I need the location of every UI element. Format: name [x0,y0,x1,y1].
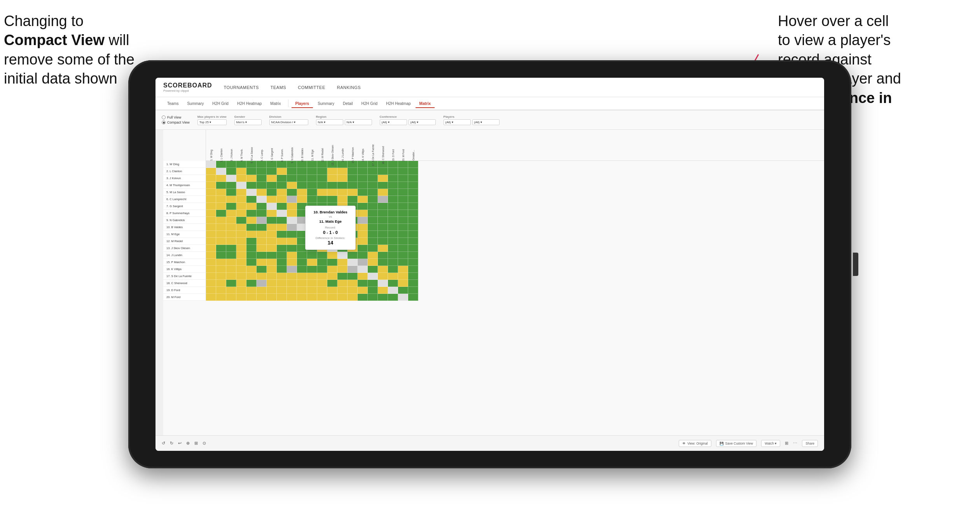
grid-cell[interactable] [206,175,216,182]
grid-cell[interactable] [226,273,236,280]
grid-cell[interactable] [368,224,378,231]
grid-cell[interactable] [388,189,398,196]
region-select-1[interactable]: N/A ▾ [316,119,343,125]
grid-cell[interactable] [358,161,368,168]
radio-compact-view[interactable]: Compact View [162,120,190,124]
radio-full-view[interactable]: Full View [162,115,190,119]
tab-h2h-grid-2[interactable]: H2H Grid [358,100,382,107]
grid-cell[interactable] [287,280,297,287]
grid-cell[interactable] [368,210,378,217]
grid-cell[interactable] [206,287,216,294]
grid-cell[interactable] [297,168,307,175]
grid-cell[interactable] [206,210,216,217]
grid-cell[interactable] [398,252,408,259]
grid-cell[interactable] [226,294,236,301]
grid-cell[interactable] [257,217,267,224]
grid-cell[interactable] [246,224,257,231]
view-original-button[interactable]: 👁 View: Original [679,440,711,447]
tab-h2h-heatmap-1[interactable]: H2H Heatmap [233,100,266,107]
grid-cell[interactable] [246,182,257,189]
grid-cell[interactable] [368,259,378,266]
grid-cell[interactable] [236,259,246,266]
grid-cell[interactable] [267,203,277,210]
grid-cell[interactable] [226,280,236,287]
grid-cell[interactable] [236,231,246,238]
grid-cell[interactable] [236,294,246,301]
grid-cell[interactable] [358,203,368,210]
grid-cell[interactable] [236,238,246,245]
grid-cell[interactable] [358,280,368,287]
grid-cell[interactable] [287,238,297,245]
grid-cell[interactable] [317,182,327,189]
grid-cell[interactable] [297,273,307,280]
grid-cell[interactable] [277,287,287,294]
grid-cell[interactable] [257,273,267,280]
grid-cell[interactable] [236,266,246,273]
grid-cell[interactable] [327,287,337,294]
grid-cell[interactable] [378,231,388,238]
grid-cell[interactable] [267,252,277,259]
grid-cell[interactable] [287,287,297,294]
grid-cell[interactable] [348,196,358,203]
grid-cell[interactable] [398,231,408,238]
grid-cell[interactable] [327,252,337,259]
grid-cell[interactable] [307,168,317,175]
grid-cell[interactable] [348,189,358,196]
grid-cell[interactable] [257,175,267,182]
grid-cell[interactable] [388,238,398,245]
grid-cell[interactable] [398,287,408,294]
grid-cell[interactable] [358,224,368,231]
grid-cell[interactable] [368,168,378,175]
tab-h2h-heatmap-2[interactable]: H2H Heatmap [382,100,414,107]
tab-summary-1[interactable]: Summary [183,100,208,107]
grid-cell[interactable] [398,210,408,217]
grid-cell[interactable] [388,259,398,266]
grid-cell[interactable] [226,252,236,259]
grid-cell[interactable] [337,182,348,189]
grid-cell[interactable] [327,189,337,196]
tab-summary-2[interactable]: Summary [314,100,338,107]
grid-cell[interactable] [246,168,257,175]
grid-icon[interactable]: ⊞ [785,441,788,446]
grid-cell[interactable] [257,294,267,301]
grid-cell[interactable] [307,161,317,168]
grid-cell[interactable] [246,252,257,259]
grid-cell[interactable] [206,280,216,287]
grid-cell[interactable] [216,294,226,301]
grid-cell[interactable] [408,182,418,189]
grid-cell[interactable] [267,175,277,182]
grid-cell[interactable] [257,280,267,287]
grid-cell[interactable] [317,273,327,280]
grid-cell[interactable] [388,287,398,294]
grid-cell[interactable] [358,294,368,301]
grid-cell[interactable] [378,280,388,287]
grid-cell[interactable] [287,224,297,231]
grid-cell[interactable] [226,182,236,189]
grid-cell[interactable] [277,210,287,217]
grid-cell[interactable] [277,259,287,266]
grid-cell[interactable] [257,161,267,168]
grid-cell[interactable] [398,224,408,231]
grid-cell[interactable] [226,238,236,245]
grid-cell[interactable] [408,161,418,168]
grid-cell[interactable] [246,196,257,203]
grid-cell[interactable] [388,273,398,280]
grid-cell[interactable] [337,168,348,175]
grid-cell[interactable] [216,196,226,203]
grid-cell[interactable] [287,266,297,273]
grid-cell[interactable] [378,182,388,189]
grid-cell[interactable] [277,196,287,203]
grid-cell[interactable] [398,238,408,245]
grid-cell[interactable] [358,252,368,259]
grid-cell[interactable] [368,231,378,238]
grid-cell[interactable] [216,210,226,217]
grid-cell[interactable] [277,266,287,273]
grid-cell[interactable] [398,280,408,287]
grid-cell[interactable] [398,196,408,203]
grid-cell[interactable] [307,196,317,203]
grid-cell[interactable] [388,252,398,259]
grid-cell[interactable] [388,266,398,273]
undo-icon[interactable]: ↺ [162,441,165,446]
grid-cell[interactable] [246,231,257,238]
grid-cell[interactable] [388,280,398,287]
